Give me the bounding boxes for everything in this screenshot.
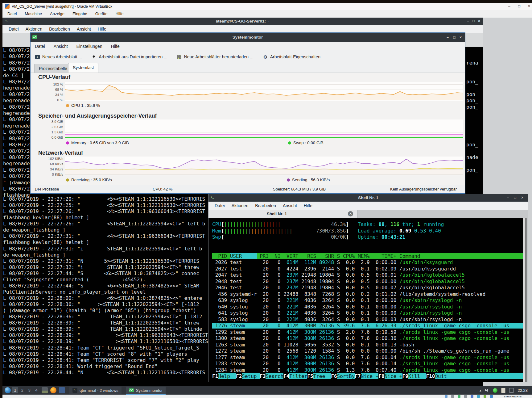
- systemmonitor-menu-einstellungen[interactable]: Einstellungen: [76, 44, 102, 49]
- terminal-titlebar[interactable]: steam@CS-GO-Server01: ~ – □ ×: [2, 18, 483, 25]
- worksheet-properties-button[interactable]: ⚙Arbeitsblatt-Eigenschaften: [263, 54, 320, 60]
- vbox-device-icon[interactable]: [451, 395, 454, 398]
- shell-menu-hilfe[interactable]: Hilfe: [304, 203, 312, 208]
- shell-menu-ansicht[interactable]: Ansicht: [283, 203, 297, 208]
- vbox-device-icon[interactable]: [484, 395, 486, 398]
- vbox-device-icon[interactable]: [458, 395, 460, 398]
- file-manager-icon[interactable]: [42, 387, 48, 393]
- clock[interactable]: 22:28: [518, 388, 528, 393]
- process-row-1263[interactable]: 1263 steam 20 0 11028 5056 3532 S 0.0 0.…: [212, 342, 523, 348]
- process-row-2048[interactable]: 2048 test 20 0 237M 21948 19804 S 0.0 0.…: [212, 279, 523, 285]
- tray-up-arrow-icon[interactable]: ▴: [480, 388, 481, 392]
- start-menu-icon[interactable]: [5, 387, 11, 393]
- virtualbox-menu-datei[interactable]: Datei: [7, 11, 17, 16]
- vbox-device-icon[interactable]: [445, 395, 447, 398]
- tray-status-icon[interactable]: [493, 388, 497, 393]
- shell-close-icon[interactable]: ×: [521, 195, 523, 200]
- fkey-f8-label[interactable]: Nice +: [385, 373, 402, 379]
- process-row-1276[interactable]: 1276 steam 20 0 412M 300M 26136 S 39.6 7…: [212, 323, 523, 329]
- process-row-639[interactable]: 639 syslog 20 0 221M 4036 3264 S 0.0 0.1…: [212, 297, 523, 304]
- fkey-f6-label[interactable]: SortBy: [337, 373, 355, 379]
- shell-menu-aktionen[interactable]: Aktionen: [232, 203, 248, 208]
- fkey-f10-label[interactable]: Quit: [435, 373, 447, 379]
- tab-prozesstabelle[interactable]: Prozesstabelle: [34, 64, 72, 73]
- shell-menu-datei[interactable]: Datei: [215, 203, 225, 208]
- systemmonitor-menu-datei[interactable]: Datei: [35, 44, 45, 49]
- fkey-f5-label[interactable]: Tree: [313, 373, 331, 379]
- process-row-1283[interactable]: 1283 steam 20 0 412M 300M 26136 S 0.0 7.…: [212, 361, 523, 367]
- vbox-device-icon[interactable]: [464, 395, 467, 398]
- virtualbox-menu-geräte[interactable]: Geräte: [95, 11, 108, 16]
- process-row-2026[interactable]: 2026 test 20 0 614M 112M 89248 S 0.0 2.9…: [212, 259, 523, 266]
- fkey-f9-label[interactable]: Kill: [408, 373, 426, 379]
- import-worksheet-button[interactable]: Arbeitsblatt aus Datei importieren ...: [91, 54, 167, 60]
- virtualbox-menu-eingabe[interactable]: Eingabe: [72, 11, 87, 16]
- fkey-f2[interactable]: F2: [236, 373, 242, 379]
- virtualbox-menu-anzeige[interactable]: Anzeige: [50, 11, 64, 16]
- process-row-1277[interactable]: 1277 steam 20 0 412M 300M 26136 S 0.0 7.…: [212, 354, 523, 361]
- app-icon-blue[interactable]: [59, 387, 65, 393]
- terminal-menu-bearbeiten[interactable]: Bearbeiten: [49, 27, 70, 31]
- process-row-2047[interactable]: 2047 test 20 0 237M 21948 19804 S 0.0 0.…: [212, 272, 523, 279]
- terminal-close-icon[interactable]: ×: [478, 19, 480, 23]
- process-row-1272[interactable]: 1272 steam 20 0 2568 1720 1584 S 0.0 0.0…: [212, 348, 523, 354]
- terminal-menu-hilfe[interactable]: Hilfe: [98, 27, 106, 31]
- fkey-f4-label[interactable]: Filter: [289, 373, 307, 379]
- process-row-2027[interactable]: 2027 test 20 0 4224 2396 2144 S 0.0 0.1 …: [212, 266, 523, 272]
- sysmon-minimize-icon[interactable]: –: [447, 35, 449, 40]
- fkey-f7[interactable]: F7: [355, 373, 361, 379]
- fkey-f3-label[interactable]: Search: [266, 373, 283, 379]
- fkey-f5[interactable]: F5: [307, 373, 313, 379]
- shell-tab-close-icon[interactable]: ✕: [348, 211, 353, 216]
- terminal-menu-datei[interactable]: Datei: [9, 27, 19, 31]
- sysmon-close-icon[interactable]: ×: [460, 35, 462, 40]
- terminal-menu-ansicht[interactable]: Ansicht: [77, 27, 91, 31]
- fkey-f1[interactable]: F1: [212, 373, 218, 379]
- fkey-f10[interactable]: F10: [426, 373, 435, 379]
- htop-function-key-bar[interactable]: F1Help F2Setup F3SearchF4FilterF5Tree F6…: [212, 373, 523, 380]
- clipboard-icon[interactable]: [501, 388, 505, 393]
- vbox-device-icon[interactable]: [490, 395, 493, 398]
- process-row-641[interactable]: 641 syslog 20 0 221M 4036 3264 S 0.0 0.1…: [212, 310, 523, 316]
- shell-tab[interactable]: Shell Nr. 1 ✕: [208, 210, 358, 218]
- terminal-minimize-icon[interactable]: –: [467, 19, 469, 23]
- sysmon-maximize-icon[interactable]: □: [453, 35, 456, 40]
- systemmonitor-menu-ansicht[interactable]: Ansicht: [54, 44, 68, 49]
- fkey-f9[interactable]: F9: [402, 373, 408, 379]
- host-close-icon[interactable]: ×: [528, 4, 530, 8]
- host-minimize-icon[interactable]: –: [508, 4, 510, 8]
- process-row-2046[interactable]: 2046 test 20 0 237M 21948 19804 S 0.0 0.…: [212, 285, 523, 291]
- terminal-maximize-icon[interactable]: □: [472, 19, 475, 23]
- fkey-f8[interactable]: F8: [378, 373, 384, 379]
- systemmonitor-menu-hilfe[interactable]: Hilfe: [111, 44, 120, 49]
- download-worksheets-button[interactable]: Neue Arbeitsblätter herunterladen ...: [177, 54, 254, 60]
- fkey-f7-label[interactable]: Nice -: [361, 373, 379, 379]
- virtualbox-menu-hilfe[interactable]: Hilfe: [115, 11, 123, 16]
- shell-maximize-icon[interactable]: □: [514, 195, 516, 200]
- fkey-f3[interactable]: F3: [260, 373, 266, 379]
- firefox-icon[interactable]: [50, 387, 56, 393]
- fkey-f6[interactable]: F6: [331, 373, 337, 379]
- virtualbox-titlebar[interactable]: VM_CS_GO_Server [wird ausgeführt] - Orac…: [2, 3, 532, 10]
- virtualbox-menu-maschine[interactable]: Maschine: [25, 11, 42, 16]
- tray-box-icon[interactable]: [509, 388, 514, 393]
- fkey-f2-label[interactable]: Setup: [242, 373, 260, 379]
- host-maximize-icon[interactable]: □: [518, 4, 520, 8]
- process-row-456[interactable]: 456 systemd-r 20 0 22488 8348 7268 S 0.0…: [212, 291, 523, 298]
- vbox-device-icon[interactable]: [471, 395, 473, 398]
- process-row-1284[interactable]: 1284 steam 20 0 412M 300M 26136 S 1.3 7.…: [212, 367, 523, 374]
- process-row-1300[interactable]: 1300 steam 20 0 412M 300M 26136 S 0.0 7.…: [212, 335, 523, 342]
- taskbar-item-qterminal[interactable]: qterminal - 2 windows: [69, 387, 122, 394]
- process-row-583[interactable]: 583 syslog 20 0 221M 4036 3264 S 0.0 0.1…: [212, 316, 523, 323]
- terminal-menu-aktionen[interactable]: Aktionen: [26, 27, 42, 31]
- new-worksheet-button[interactable]: +Neues Arbeitsblatt ...: [35, 54, 82, 60]
- workspace-button-1[interactable]: 1: [12, 387, 18, 393]
- htop-table-header[interactable]: PID USER PRI NI VIRT RES SHR S CPU% MEM%…: [212, 253, 523, 260]
- vbox-device-icon[interactable]: [477, 395, 480, 398]
- process-row-1292[interactable]: 1292 steam 20 0 412M 300M 26136 S 2.0 7.…: [212, 329, 523, 336]
- shell-menu-bearbeiten[interactable]: Bearbeiten: [255, 203, 276, 208]
- systemmonitor-titlebar[interactable]: Systemmonitor – □ ×: [31, 33, 465, 42]
- fkey-f4[interactable]: F4: [283, 373, 289, 379]
- fkey-f1-label[interactable]: Help: [218, 373, 236, 379]
- shell-minimize-icon[interactable]: –: [507, 195, 509, 200]
